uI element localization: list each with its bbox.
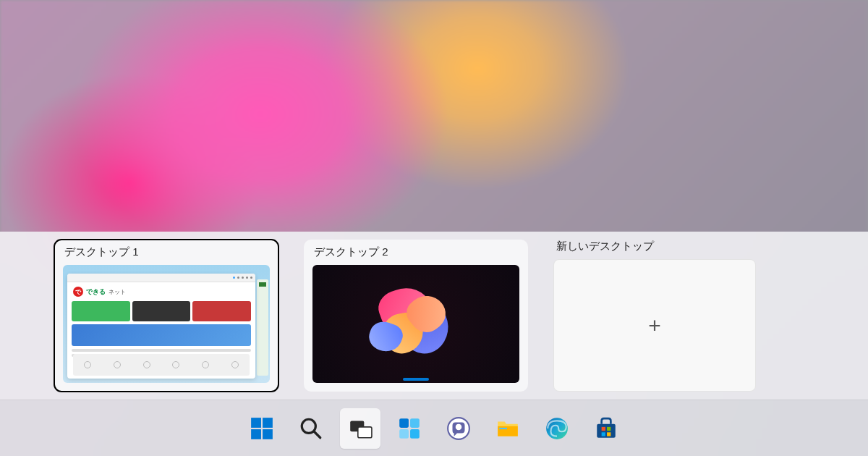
svg-rect-17 xyxy=(597,423,616,437)
desktop-label: デスクトップ 2 xyxy=(312,245,519,259)
widgets-icon xyxy=(397,416,422,441)
virtual-desktops-strip: デスクトップ 1 で できる ネット デスクト xyxy=(0,232,868,400)
plus-icon: + xyxy=(648,313,661,338)
store-button[interactable] xyxy=(586,408,626,449)
file-explorer-icon xyxy=(495,416,520,441)
start-icon xyxy=(250,416,274,441)
desktop-thumbnail-1: で できる ネット xyxy=(63,265,270,383)
svg-rect-2 xyxy=(251,429,261,439)
svg-rect-1 xyxy=(263,418,273,428)
app-indicator xyxy=(403,378,429,381)
desktop-label: デスクトップ 1 xyxy=(63,245,270,259)
start-button[interactable] xyxy=(242,408,282,449)
taskbar xyxy=(0,400,868,456)
svg-point-13 xyxy=(456,423,462,430)
svg-rect-15 xyxy=(499,427,507,428)
search-button[interactable] xyxy=(291,408,331,449)
chat-button[interactable] xyxy=(438,408,479,449)
new-desktop-tile[interactable]: 新しいデスクトップ + xyxy=(553,240,756,392)
file-explorer-button[interactable] xyxy=(488,408,528,449)
svg-rect-0 xyxy=(251,418,261,428)
edge-icon xyxy=(545,416,569,441)
taskview-icon xyxy=(348,416,373,441)
svg-rect-3 xyxy=(263,429,273,439)
svg-rect-21 xyxy=(607,432,610,436)
svg-rect-10 xyxy=(399,429,409,439)
svg-rect-18 xyxy=(602,426,605,430)
store-icon xyxy=(594,416,618,441)
desktop-tile-2[interactable]: デスクトップ 2 xyxy=(304,240,528,392)
new-desktop-button[interactable]: + xyxy=(553,259,756,392)
widgets-button[interactable] xyxy=(389,408,430,449)
desktop-thumbnail-2 xyxy=(312,265,519,383)
svg-rect-14 xyxy=(498,426,518,436)
svg-rect-8 xyxy=(399,418,409,428)
svg-rect-11 xyxy=(410,429,420,439)
desktop-tile-1[interactable]: デスクトップ 1 で できる ネット xyxy=(54,240,278,392)
svg-rect-9 xyxy=(410,418,420,428)
svg-line-5 xyxy=(314,431,320,438)
taskview-button[interactable] xyxy=(340,408,380,449)
desktop-label: 新しいデスクトップ xyxy=(553,240,756,253)
svg-rect-20 xyxy=(602,432,605,436)
chat-icon xyxy=(446,416,471,441)
svg-rect-19 xyxy=(607,426,610,430)
svg-rect-7 xyxy=(358,426,372,437)
search-icon xyxy=(299,416,323,441)
edge-button[interactable] xyxy=(537,408,577,449)
